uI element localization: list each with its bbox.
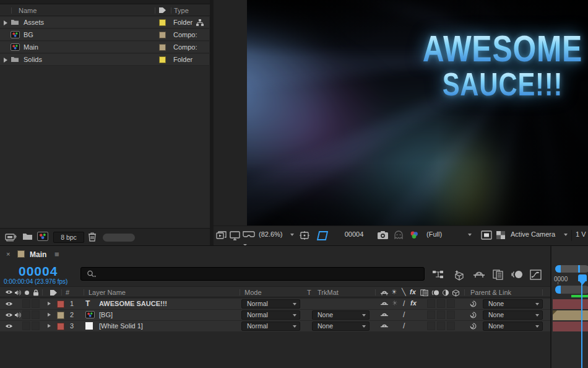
switch-cell[interactable] xyxy=(437,322,445,330)
layer-row-3[interactable]: 3 [White Solid 1] Normal None / None xyxy=(0,321,550,331)
layer-expand-arrow[interactable] xyxy=(48,324,51,328)
switch-cell[interactable] xyxy=(427,299,435,308)
aux-monitor-icon[interactable] xyxy=(230,230,240,240)
mask-visibility-icon[interactable] xyxy=(316,230,330,241)
solo-cell[interactable] xyxy=(22,310,30,319)
switch-cell[interactable] xyxy=(447,310,455,319)
timeline-search-input[interactable] xyxy=(80,267,425,281)
column-header-layer-name[interactable]: Layer Name xyxy=(89,289,126,296)
blend-mode-dropdown[interactable]: Normal xyxy=(241,310,300,320)
switch-cell[interactable] xyxy=(437,299,445,308)
tab-menu-icon[interactable]: ≡ xyxy=(54,250,59,259)
quality-icon[interactable]: ╲ xyxy=(402,288,406,296)
frame-blend-icon[interactable] xyxy=(420,289,428,296)
video-eye-icon[interactable] xyxy=(5,312,13,318)
track-matte-dropdown[interactable]: None xyxy=(312,310,370,320)
column-header-number[interactable]: # xyxy=(66,289,69,296)
show-snapshot-icon[interactable] xyxy=(393,230,404,240)
item-name[interactable]: Assets xyxy=(24,19,44,26)
video-column-icon[interactable] xyxy=(5,289,13,295)
audio-speaker-icon[interactable] xyxy=(14,312,21,318)
solo-column-icon[interactable] xyxy=(25,291,29,295)
effects-icon[interactable]: fx xyxy=(410,288,416,296)
layer-duration-bar[interactable] xyxy=(553,299,588,309)
project-item-solids[interactable]: Solids Folder xyxy=(0,54,209,66)
close-tab-icon[interactable]: × xyxy=(6,250,10,258)
collapse-toggle[interactable]: ☀ xyxy=(392,299,398,307)
bit-depth-button[interactable]: 8 bpc xyxy=(53,232,84,243)
switch-cell[interactable] xyxy=(437,310,445,319)
column-header-parent-link[interactable]: Parent & Link xyxy=(470,289,511,296)
hide-shy-layers-icon[interactable] xyxy=(473,269,485,279)
comp-label-chip[interactable] xyxy=(17,250,25,258)
shy-toggle[interactable] xyxy=(380,323,389,330)
new-composition-icon[interactable] xyxy=(37,232,48,241)
column-divider[interactable] xyxy=(84,289,84,296)
snapshot-camera-icon[interactable] xyxy=(377,230,389,240)
collapse-transformations-icon[interactable]: ☀ xyxy=(391,288,397,296)
blend-mode-dropdown[interactable]: Normal xyxy=(241,322,300,331)
work-area-start-handle[interactable] xyxy=(555,286,561,294)
column-divider[interactable] xyxy=(42,289,43,296)
draft-3d-icon[interactable] xyxy=(453,269,466,281)
column-header-t[interactable]: T xyxy=(307,289,311,296)
lock-cell[interactable] xyxy=(32,322,40,330)
motion-blur-icon[interactable] xyxy=(511,269,524,279)
layer-name[interactable]: [BG] xyxy=(99,311,113,318)
item-name[interactable]: BG xyxy=(24,31,33,38)
layer-label-chip[interactable] xyxy=(57,300,64,308)
layer-duration-bar[interactable] xyxy=(553,310,588,320)
parent-dropdown[interactable]: None xyxy=(483,299,543,309)
project-item-assets[interactable]: Assets Folder xyxy=(0,17,209,28)
label-color-chip[interactable] xyxy=(159,32,166,38)
label-column-icon[interactable] xyxy=(50,289,58,296)
trash-icon[interactable] xyxy=(88,232,97,242)
vr-goggles-icon[interactable] xyxy=(243,230,255,246)
parent-dropdown[interactable]: None xyxy=(483,322,543,331)
column-divider[interactable] xyxy=(11,7,12,14)
composition-canvas[interactable]: AWESOME SAUCE!!! xyxy=(247,0,588,226)
quality-toggle[interactable]: / xyxy=(403,299,405,308)
column-header-name[interactable]: Name xyxy=(19,7,37,14)
item-name[interactable]: Solids xyxy=(24,56,42,63)
column-divider[interactable] xyxy=(375,289,376,296)
parent-dropdown[interactable]: None xyxy=(483,310,543,320)
time-ruler[interactable]: 0000 xyxy=(553,274,588,285)
layer-expand-arrow[interactable] xyxy=(48,302,51,305)
current-frame-display[interactable]: 00004 xyxy=(19,264,58,279)
quality-toggle[interactable]: / xyxy=(403,322,405,330)
lock-column-icon[interactable] xyxy=(33,289,39,296)
lock-cell[interactable] xyxy=(32,310,40,319)
video-eye-icon[interactable] xyxy=(5,323,13,329)
switch-cell[interactable] xyxy=(447,322,455,330)
parent-pickwhip-icon[interactable] xyxy=(469,322,477,330)
expand-arrow-icon[interactable] xyxy=(4,58,7,63)
column-divider[interactable] xyxy=(464,289,465,296)
fx-toggle[interactable]: fx xyxy=(410,299,417,307)
switch-cell[interactable] xyxy=(427,322,435,330)
motion-blur-switch-icon[interactable] xyxy=(431,289,439,296)
time-navigator-bar[interactable] xyxy=(555,265,588,273)
channel-settings-icon[interactable] xyxy=(409,230,419,247)
horizontal-scrollbar[interactable] xyxy=(103,234,135,242)
layer-row-1[interactable]: 1 T AWESOME SAUCE!!! Normal ☀ / fx None xyxy=(0,299,550,309)
column-divider[interactable] xyxy=(155,7,155,14)
layer-label-chip[interactable] xyxy=(57,323,64,330)
transparency-grid-icon[interactable] xyxy=(496,230,506,240)
solo-cell[interactable] xyxy=(22,299,30,308)
always-preview-view-icon[interactable] xyxy=(216,230,227,240)
blend-mode-dropdown[interactable]: Normal xyxy=(241,299,300,309)
label-color-chip[interactable] xyxy=(159,56,166,63)
layer-row-2[interactable]: 2 [BG] Normal None / None xyxy=(0,310,550,320)
item-name[interactable]: Main xyxy=(24,43,38,51)
layer-label-chip[interactable] xyxy=(57,312,64,319)
mini-flowchart-icon[interactable] xyxy=(432,269,444,279)
layer-duration-bar[interactable] xyxy=(553,322,588,331)
3d-layer-icon[interactable] xyxy=(452,289,460,297)
column-header-type[interactable]: Type xyxy=(174,7,189,14)
camera-view-dropdown[interactable]: Active Camera xyxy=(511,230,568,238)
solo-cell[interactable] xyxy=(22,322,30,330)
shy-toggle[interactable] xyxy=(380,300,389,307)
layer-expand-arrow[interactable] xyxy=(48,313,51,317)
lock-cell[interactable] xyxy=(32,299,40,308)
